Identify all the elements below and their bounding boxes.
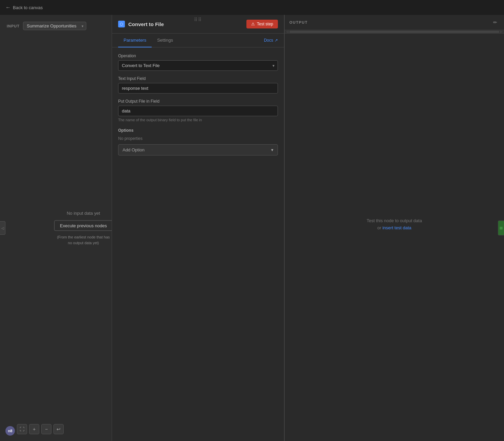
output-header: OUTPUT ✏ — [285, 15, 504, 30]
top-bar: ← Back to canvas — [0, 0, 504, 15]
node-title: Convert to File — [128, 21, 164, 27]
docs-link[interactable]: Docs ↗ — [264, 38, 278, 43]
panel-content: Operation Convert to Text File Convert t… — [112, 47, 284, 433]
no-properties-text: No properties — [118, 136, 278, 141]
node-title-group: ⬡ Convert to File — [118, 21, 164, 27]
input-node-select[interactable]: Summarize Opportunities — [23, 22, 86, 30]
output-panel: OUTPUT ✏ ◁ ▷ Test this node to output da… — [284, 15, 504, 441]
text-input-field-group: Text Input Field — [118, 76, 278, 93]
add-option-button[interactable]: Add Option ▾ — [118, 144, 278, 155]
output-edit-icon: ✏ — [493, 20, 497, 25]
operation-select-wrapper: Convert to Text File Convert to Binary F… — [118, 60, 278, 71]
zoom-out-icon: − — [45, 426, 48, 432]
docs-external-icon: ↗ — [275, 38, 278, 43]
output-title: OUTPUT — [289, 20, 308, 24]
output-scroll-left-icon[interactable]: ◁ — [285, 30, 289, 34]
left-collapse-icon[interactable]: ◁ — [0, 221, 5, 235]
zoom-out-button[interactable]: − — [41, 424, 51, 434]
operation-label: Operation — [118, 54, 278, 58]
put-output-field-label: Put Output File in Field — [118, 99, 278, 104]
execute-previous-nodes-button[interactable]: Execute previous nodes — [54, 220, 113, 231]
text-input-field-input[interactable] — [118, 83, 278, 93]
output-message-line2: or — [377, 225, 381, 230]
output-content: Test this node to output data or insert … — [285, 34, 504, 416]
zoom-in-icon: + — [33, 426, 36, 432]
bottom-toolbar: ⛶ + − ↩ — [17, 424, 64, 434]
back-arrow-icon: ← — [5, 4, 11, 10]
no-input-message: No input data yet — [54, 211, 113, 216]
back-button[interactable]: ← Back to canvas — [5, 4, 43, 10]
input-label: INPUT — [7, 24, 20, 28]
back-label: Back to canvas — [13, 5, 43, 10]
node-icon-symbol: ⬡ — [120, 22, 123, 26]
right-float-excel-icon[interactable]: ⊞ — [498, 220, 504, 235]
output-scrollbar-track[interactable] — [289, 31, 500, 33]
zoom-in-button[interactable]: + — [29, 424, 39, 434]
test-step-warning-icon: ⚠ — [251, 22, 255, 26]
text-input-field-label: Text Input Field — [118, 76, 278, 81]
input-panel: INPUT Summarize Opportunities — [7, 22, 86, 30]
from-text-line1: (From the earliest node that has no outp… — [54, 234, 113, 246]
add-option-label: Add Option — [123, 147, 145, 152]
test-step-label: Test step — [257, 22, 273, 26]
node-icon: ⬡ — [118, 21, 125, 27]
output-edit-button[interactable]: ✏ — [491, 19, 499, 26]
tab-group: Parameters Settings — [118, 34, 178, 47]
put-output-field-group: Put Output File in Field The name of the… — [118, 99, 278, 122]
options-section-label: Options — [118, 128, 278, 133]
undo-icon: ↩ — [57, 426, 61, 432]
undo-button[interactable]: ↩ — [53, 424, 64, 434]
tab-parameters[interactable]: Parameters — [118, 34, 152, 47]
output-message: Test this node to output data or insert … — [367, 217, 422, 232]
tab-settings[interactable]: Settings — [152, 34, 178, 47]
expand-icon-button[interactable]: ⛶ — [17, 424, 27, 434]
input-select-wrapper: Summarize Opportunities — [23, 22, 86, 30]
node-panel: ⠿⠿ ⬡ Convert to File ⚠ Test step Paramet… — [112, 15, 284, 441]
user-avatar: n8 — [5, 426, 15, 436]
add-option-chevron-icon: ▾ — [271, 147, 273, 152]
drag-handle: ⠿⠿ — [194, 17, 202, 22]
output-scrollbar-area: ◁ ▷ — [285, 30, 504, 34]
put-output-field-hint: The name of the output binary field to p… — [118, 118, 278, 122]
docs-label: Docs — [264, 38, 273, 43]
test-step-button[interactable]: ⚠ Test step — [246, 20, 278, 28]
put-output-field-input[interactable] — [118, 106, 278, 116]
no-input-section: No input data yet Execute previous nodes… — [54, 211, 113, 246]
output-scroll-right-icon[interactable]: ▷ — [499, 30, 503, 34]
tabs-bar: Parameters Settings Docs ↗ — [112, 34, 284, 47]
insert-test-data-link[interactable]: insert test data — [382, 225, 411, 230]
operation-field-group: Operation Convert to Text File Convert t… — [118, 54, 278, 71]
expand-icon: ⛶ — [20, 426, 24, 432]
operation-select[interactable]: Convert to Text File Convert to Binary F… — [118, 60, 278, 71]
output-message-line1: Test this node to output data — [367, 218, 422, 223]
canvas-area: INPUT Summarize Opportunities No input d… — [0, 15, 504, 441]
